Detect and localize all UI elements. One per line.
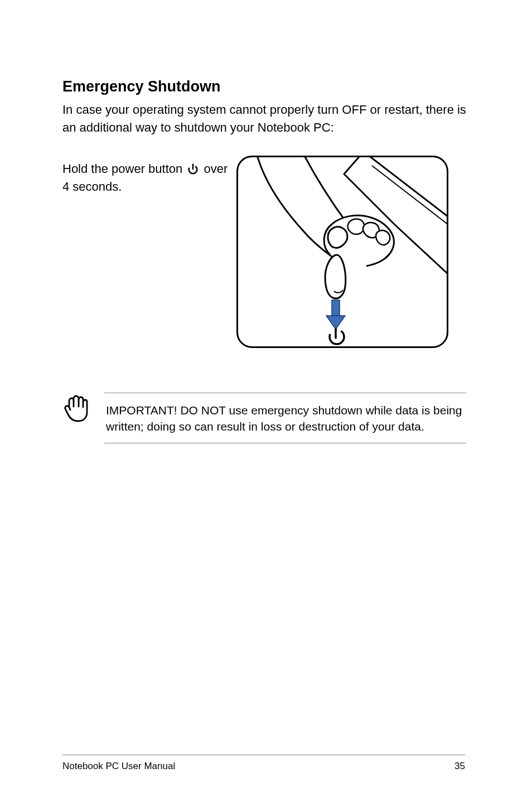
instruction-text-pre: Hold the power button xyxy=(62,162,186,176)
power-icon xyxy=(330,329,344,344)
power-icon xyxy=(187,162,199,175)
page-footer: Notebook PC User Manual 35 xyxy=(62,755,465,772)
svg-rect-2 xyxy=(332,300,340,317)
callout-text: IMPORTANT! DO NOT use emergency shutdown… xyxy=(106,402,466,435)
instruction-text: Hold the power button over 4 seconds. xyxy=(62,160,230,196)
svg-point-3 xyxy=(330,330,344,344)
hand-pressing-power-illustration xyxy=(236,156,448,348)
arrow-down-icon xyxy=(326,300,345,329)
instruction-row: Hold the power button over 4 seconds. xyxy=(62,160,466,348)
hand-stop-icon xyxy=(62,393,90,423)
page-number: 35 xyxy=(454,761,465,772)
important-callout: IMPORTANT! DO NOT use emergency shutdown… xyxy=(104,393,466,443)
intro-paragraph: In case your operating system cannot pro… xyxy=(62,101,466,137)
footer-title: Notebook PC User Manual xyxy=(62,761,175,772)
section-heading: Emergency Shutdown xyxy=(62,78,466,95)
